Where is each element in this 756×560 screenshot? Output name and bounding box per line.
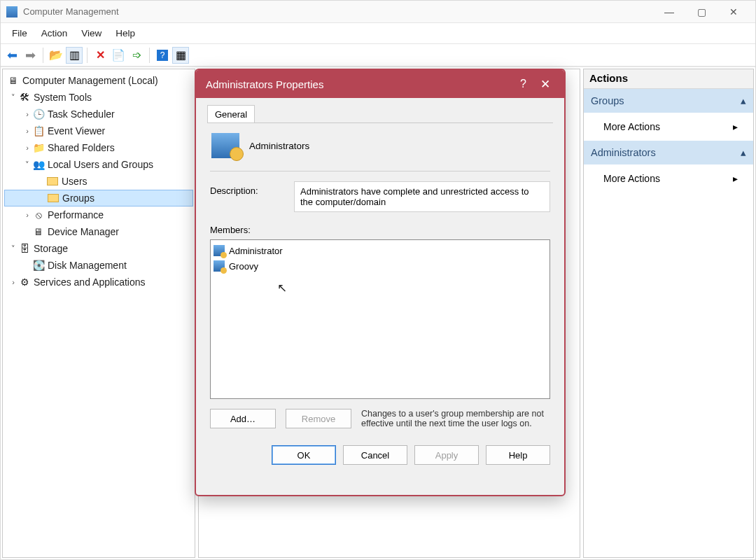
tab-general[interactable]: General [207,105,255,123]
help-button[interactable]: Help [486,445,550,465]
section-label: Groups [591,95,624,106]
folder-icon [46,175,59,188]
export-button[interactable]: ➩ [128,47,145,64]
section-label: Administrators [591,147,656,158]
members-label: Members: [210,225,550,235]
dialog-close-button[interactable]: ✕ [536,77,554,92]
disk-icon: 💽 [32,259,45,272]
tree-services-apps[interactable]: ›⚙Services and Applications [4,274,193,290]
app-icon [6,6,18,18]
arrow-right-icon: ➡ [25,48,36,63]
refresh-icon: ▦ [176,48,186,62]
tree-root-label: Computer Management (Local) [22,75,158,86]
members-buttons-row: Add… Remove Changes to a user's group me… [210,409,550,428]
properties-dialog: Administrators Properties ? ✕ General Ad… [195,69,566,496]
chevron-right-icon: › [22,110,32,118]
help-button[interactable]: ? [154,47,171,64]
member-row[interactable]: Administrator [214,243,547,258]
delete-icon: ✕ [96,48,105,62]
properties-icon: 📄 [111,48,125,62]
toolbar-separator [149,48,150,63]
delete-button[interactable]: ✕ [92,47,108,64]
cancel-button[interactable]: Cancel [343,445,407,465]
maximize-button[interactable]: ▢ [685,1,718,23]
description-input[interactable]: Administrators have complete and unrestr… [294,181,550,212]
actions-section-groups[interactable]: Groups▴ [584,89,753,113]
tree-groups[interactable]: Groups [4,190,193,206]
members-list[interactable]: Administrator Groovy [210,239,550,399]
chevron-down-icon: ˅ [22,160,32,169]
group-icon [211,133,239,158]
chevron-down-icon: ˅ [8,244,18,253]
add-button[interactable]: Add… [210,409,276,428]
toolbar-separator [87,48,88,63]
services-icon: ⚙ [18,276,31,288]
tree-shared-folders[interactable]: ›📁Shared Folders [4,139,193,156]
tree-label: Local Users and Groups [48,159,153,170]
properties-button[interactable]: 📄 [110,47,127,64]
description-label: Description: [210,181,280,196]
tree-label: Task Scheduler [48,108,115,120]
menu-view[interactable]: View [74,25,108,41]
member-row[interactable]: Groovy [214,258,547,274]
dialog-help-button[interactable]: ? [510,78,536,90]
toolbar: ⬅ ➡ 📂 ▥ ✕ 📄 ➩ ? ▦ [1,44,755,66]
export-icon: ➩ [132,48,141,62]
back-button[interactable]: ⬅ [4,47,20,64]
close-button[interactable]: ✕ [718,1,750,23]
tree-event-viewer[interactable]: ›📋Event Viewer [4,122,193,139]
chevron-up-icon: ▴ [741,147,746,158]
event-icon: 📋 [32,125,45,137]
up-button[interactable]: 📂 [48,47,64,64]
tree-local-users-groups[interactable]: ˅👥Local Users and Groups [4,156,193,173]
tree-label: Services and Applications [34,276,146,288]
show-hide-tree-button[interactable]: ▥ [66,47,83,64]
tree-performance[interactable]: ›⦸Performance [4,206,193,223]
tree-pane[interactable]: 🖥Computer Management (Local) ˅🛠System To… [2,69,195,558]
description-row: Description: Administrators have complet… [207,181,553,212]
tree-task-scheduler[interactable]: ›🕒Task Scheduler [4,106,193,122]
refresh-button[interactable]: ▦ [172,47,189,64]
menu-file[interactable]: File [5,25,34,41]
tree-label: Storage [34,243,68,254]
tree-users[interactable]: Users [4,173,193,190]
tree-label: Shared Folders [48,142,115,153]
toolbar-separator [43,48,43,63]
folder-up-icon: 📂 [49,48,63,62]
actions-section-administrators[interactable]: Administrators▴ [584,141,753,164]
ok-button[interactable]: OK [272,445,336,465]
menu-bar: File Action View Help [1,23,755,44]
chevron-right-icon: › [22,144,32,152]
tree-label: System Tools [34,92,92,103]
tree-disk-management[interactable]: 💽Disk Management [4,257,193,274]
actions-more-groups[interactable]: More Actions▸ [584,113,753,141]
arrow-left-icon: ⬅ [7,48,18,63]
tree-root[interactable]: 🖥Computer Management (Local) [4,72,193,89]
group-name: Administrators [249,141,309,151]
storage-icon: 🗄 [18,242,31,255]
apply-button[interactable]: Apply [414,445,479,465]
menu-action[interactable]: Action [34,25,75,41]
forward-button[interactable]: ➡ [22,47,38,64]
membership-note: Changes to a user's group membership are… [361,409,550,428]
tools-icon: 🛠 [18,91,31,104]
member-name: Administrator [229,246,283,256]
tree-system-tools[interactable]: ˅🛠System Tools [4,89,193,106]
actions-more-admins[interactable]: More Actions▸ [584,164,753,192]
titlebar: Computer Management — ▢ ✕ [1,1,755,23]
dialog-body: General Administrators Description: Admi… [196,98,564,495]
user-icon [214,260,225,272]
pane-icon: ▥ [69,48,80,62]
tree-device-manager[interactable]: 🖥Device Manager [4,223,193,240]
menu-help[interactable]: Help [108,25,142,41]
minimize-button[interactable]: — [653,1,685,23]
shared-icon: 📁 [32,141,45,154]
tree-label: Device Manager [48,226,119,237]
remove-button[interactable]: Remove [286,409,351,428]
member-name: Groovy [229,261,258,272]
tree-storage[interactable]: ˅🗄Storage [4,240,193,257]
tree-label: Disk Management [48,260,127,271]
dialog-button-row: OK Cancel Apply Help [210,445,550,465]
actions-header: Actions [584,69,753,89]
actions-pane: Actions Groups▴ More Actions▸ Administra… [583,69,754,558]
